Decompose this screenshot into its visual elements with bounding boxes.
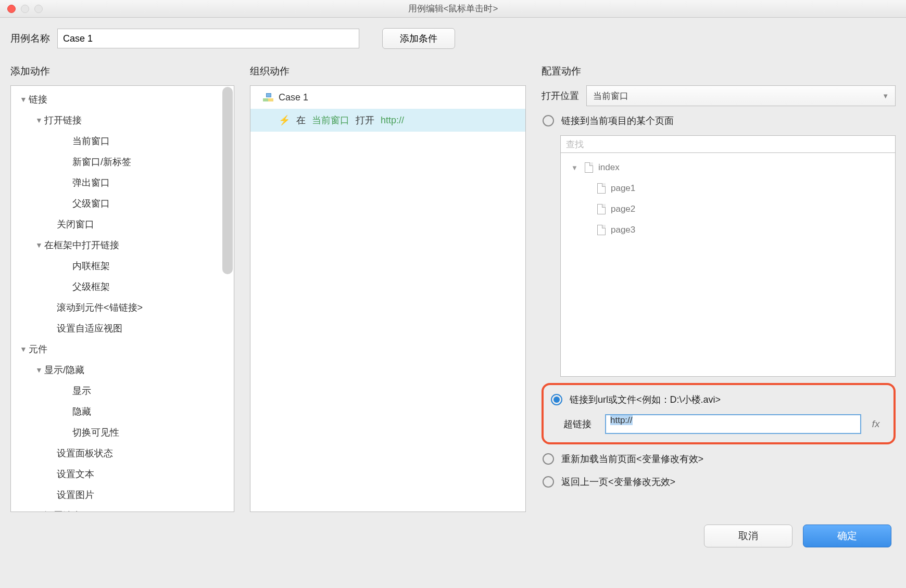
- bolt-icon: ⚡: [279, 114, 290, 126]
- radio-icon: [543, 476, 554, 488]
- open-in-value: 当前窗口: [593, 90, 628, 102]
- page-page3[interactable]: page3: [561, 220, 895, 240]
- tree-parent-frame[interactable]: 父级框架: [11, 276, 234, 297]
- tree-toggle-vis[interactable]: 切换可见性: [11, 422, 234, 443]
- case-name-input[interactable]: [57, 29, 359, 48]
- tree-current-window[interactable]: 当前窗口: [11, 131, 234, 151]
- tree-new-window[interactable]: 新窗口/新标签: [11, 151, 234, 172]
- configure-header: 配置动作: [542, 65, 896, 78]
- option-link-page[interactable]: 链接到当前项目的某个页面: [542, 112, 896, 129]
- action-node[interactable]: ⚡ 在 当前窗口 打开 http://: [250, 109, 525, 132]
- open-in-row: 打开位置 当前窗口 ▼: [542, 85, 896, 106]
- url-option-highlight: 链接到url或文件<例如：D:\小楼.avi> 超链接 http:// fx: [542, 383, 896, 444]
- cancel-button[interactable]: 取消: [704, 525, 792, 547]
- page-search-input[interactable]: 查找: [560, 135, 896, 153]
- radio-icon: [543, 115, 554, 126]
- page-index[interactable]: ▼index: [561, 157, 895, 178]
- tree-adaptive-view[interactable]: 设置自适应视图: [11, 318, 234, 339]
- radio-icon: [543, 453, 554, 465]
- tree-group-widgets[interactable]: 元件: [11, 339, 234, 360]
- tree-show-hide[interactable]: 显示/隐藏: [11, 360, 234, 380]
- radio-checked-icon: [551, 394, 562, 405]
- tree-scroll-anchor[interactable]: 滚动到元件<锚链接>: [11, 297, 234, 318]
- tree-open-in-frame[interactable]: 在框架中打开链接: [11, 235, 234, 255]
- action-tree-panel: 链接 打开链接 当前窗口 新窗口/新标签 弹出窗口 父级窗口 关闭窗口 在框架中…: [10, 85, 234, 512]
- tree-show[interactable]: 显示: [11, 380, 234, 401]
- option-link-url[interactable]: 链接到url或文件<例如：D:\小楼.avi>: [550, 391, 885, 408]
- hyperlink-label: 超链接: [563, 418, 600, 430]
- tree-panel-state[interactable]: 设置面板状态: [11, 443, 234, 464]
- case-name-row: 用例名称 添加条件: [10, 28, 896, 49]
- tree-set-selected[interactable]: 设置选中: [11, 505, 234, 512]
- tree-set-text[interactable]: 设置文本: [11, 464, 234, 484]
- case-node[interactable]: Case 1: [250, 86, 525, 109]
- page-icon: [597, 204, 606, 214]
- page-page2[interactable]: page2: [561, 199, 895, 220]
- tree-hide[interactable]: 隐藏: [11, 401, 234, 422]
- tree-popup-window[interactable]: 弹出窗口: [11, 172, 234, 193]
- sitemap-icon: [263, 93, 273, 101]
- fx-button[interactable]: fx: [866, 414, 885, 434]
- case-name-label: 用例名称: [10, 32, 50, 45]
- add-condition-button[interactable]: 添加条件: [382, 28, 455, 49]
- organize-panel: Case 1 ⚡ 在 当前窗口 打开 http://: [250, 85, 526, 512]
- page-icon: [597, 225, 606, 235]
- page-page1[interactable]: page1: [561, 178, 895, 199]
- tree-parent-window[interactable]: 父级窗口: [11, 193, 234, 214]
- page-icon: [597, 183, 606, 194]
- tree-set-image[interactable]: 设置图片: [11, 484, 234, 505]
- organize-header: 组织动作: [250, 65, 526, 78]
- option-reload[interactable]: 重新加载当前页面<变量修改有效>: [542, 451, 896, 467]
- case-label: Case 1: [279, 92, 308, 103]
- page-icon: [585, 162, 593, 173]
- dialog-footer: 取消 确定: [0, 512, 906, 560]
- window-title: 用例编辑<鼠标单击时>: [0, 3, 906, 15]
- chevron-down-icon: ▼: [882, 92, 889, 100]
- page-tree: ▼index page1 page2 page3: [560, 153, 896, 377]
- titlebar: 用例编辑<鼠标单击时>: [0, 0, 906, 18]
- open-in-label: 打开位置: [542, 90, 579, 102]
- tree-group-links[interactable]: 链接: [11, 89, 234, 110]
- tree-close-window[interactable]: 关闭窗口: [11, 214, 234, 235]
- option-back[interactable]: 返回上一页<变量修改无效>: [542, 474, 896, 490]
- open-in-select[interactable]: 当前窗口 ▼: [586, 85, 896, 106]
- scrollbar[interactable]: [222, 87, 233, 274]
- ok-button[interactable]: 确定: [803, 525, 891, 547]
- hyperlink-input[interactable]: http://: [605, 414, 861, 434]
- page-tree-box: 查找 ▼index page1 page2 page3: [560, 135, 896, 377]
- tree-open-link[interactable]: 打开链接: [11, 110, 234, 131]
- add-action-header: 添加动作: [10, 65, 234, 78]
- tree-inline-frame[interactable]: 内联框架: [11, 255, 234, 276]
